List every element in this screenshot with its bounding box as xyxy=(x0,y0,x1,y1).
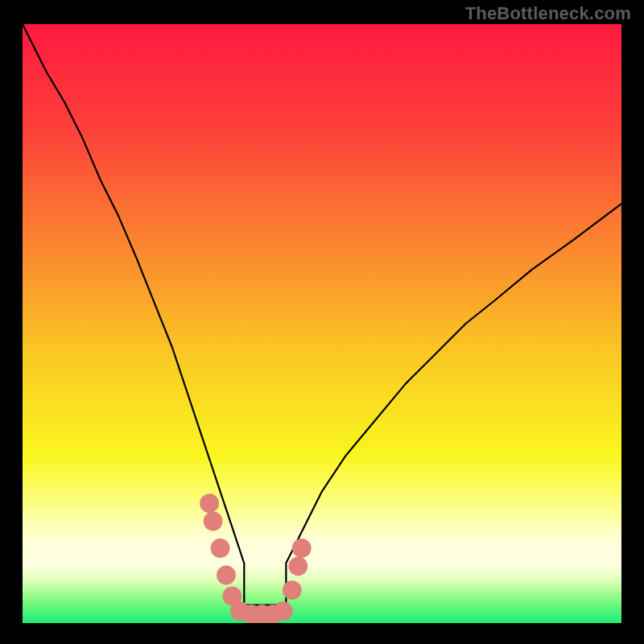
marker-dot xyxy=(283,580,302,600)
watermark-label: TheBottleneck.com xyxy=(465,3,631,24)
chart-background xyxy=(23,24,621,623)
marker-dot xyxy=(274,601,293,621)
chart-plot xyxy=(23,24,621,623)
marker-dot xyxy=(204,512,223,531)
marker-dot xyxy=(200,493,219,513)
marker-dot xyxy=(217,566,236,585)
marker-dot xyxy=(292,539,312,558)
chart-frame: TheBottleneck.com xyxy=(0,0,644,644)
marker-dot xyxy=(211,539,230,558)
marker-dot xyxy=(288,556,308,576)
